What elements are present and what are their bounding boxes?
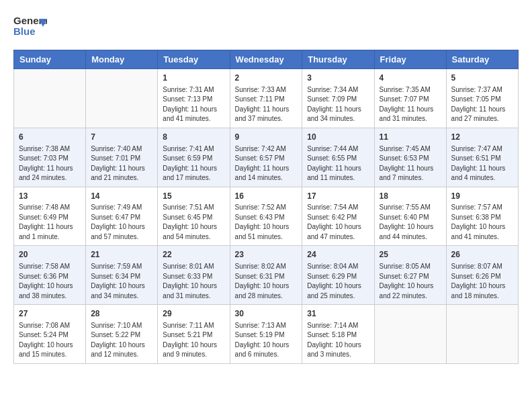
logo: General Blue (13, 13, 47, 39)
calendar-cell: 25Sunrise: 8:05 AMSunset: 6:27 PMDayligh… (374, 246, 446, 305)
day-number: 4 (380, 73, 441, 84)
day-number: 18 (380, 191, 441, 202)
calendar-cell (374, 305, 446, 364)
day-info: Sunrise: 8:05 AMSunset: 6:27 PMDaylight:… (380, 262, 441, 301)
calendar-day-header: Thursday (302, 50, 374, 69)
calendar-cell: 3Sunrise: 7:34 AMSunset: 7:09 PMDaylight… (302, 69, 374, 128)
calendar-cell: 19Sunrise: 7:57 AMSunset: 6:38 PMDayligh… (446, 187, 518, 246)
calendar-cell: 24Sunrise: 8:04 AMSunset: 6:29 PMDayligh… (302, 246, 374, 305)
calendar-cell: 7Sunrise: 7:40 AMSunset: 7:01 PMDaylight… (86, 128, 158, 187)
calendar-week-row: 27Sunrise: 7:08 AMSunset: 5:24 PMDayligh… (14, 305, 519, 364)
day-number: 29 (163, 308, 224, 320)
day-info: Sunrise: 7:41 AMSunset: 6:59 PMDaylight:… (163, 144, 224, 183)
day-info: Sunrise: 7:55 AMSunset: 6:40 PMDaylight:… (380, 203, 441, 242)
calendar-cell: 12Sunrise: 7:47 AMSunset: 6:51 PMDayligh… (446, 128, 518, 187)
day-info: Sunrise: 7:33 AMSunset: 7:11 PMDaylight:… (235, 85, 298, 124)
day-number: 30 (235, 308, 298, 320)
calendar-cell: 22Sunrise: 8:01 AMSunset: 6:33 PMDayligh… (158, 246, 230, 305)
calendar-body: 1Sunrise: 7:31 AMSunset: 7:13 PMDaylight… (14, 69, 519, 364)
day-number: 26 (451, 249, 513, 261)
calendar-cell: 31Sunrise: 7:14 AMSunset: 5:18 PMDayligh… (302, 305, 374, 364)
day-info: Sunrise: 7:58 AMSunset: 6:36 PMDaylight:… (19, 262, 81, 301)
day-info: Sunrise: 7:31 AMSunset: 7:13 PMDaylight:… (163, 85, 224, 124)
calendar-day-header: Wednesday (230, 50, 302, 69)
day-info: Sunrise: 8:04 AMSunset: 6:29 PMDaylight:… (307, 262, 369, 301)
day-number: 10 (307, 132, 369, 143)
day-info: Sunrise: 7:42 AMSunset: 6:57 PMDaylight:… (235, 144, 298, 183)
day-number: 7 (91, 132, 152, 143)
day-number: 25 (380, 249, 441, 261)
calendar-header-row: SundayMondayTuesdayWednesdayThursdayFrid… (14, 50, 519, 69)
day-number: 24 (307, 249, 369, 261)
calendar-cell: 16Sunrise: 7:52 AMSunset: 6:43 PMDayligh… (230, 187, 302, 246)
calendar-cell: 6Sunrise: 7:38 AMSunset: 7:03 PMDaylight… (14, 128, 86, 187)
day-number: 23 (235, 249, 298, 261)
day-number: 8 (163, 132, 224, 143)
day-info: Sunrise: 7:45 AMSunset: 6:53 PMDaylight:… (380, 144, 441, 183)
day-number: 17 (307, 191, 369, 202)
day-number: 3 (307, 73, 369, 84)
calendar-day-header: Monday (86, 50, 158, 69)
day-info: Sunrise: 7:37 AMSunset: 7:05 PMDaylight:… (451, 85, 513, 124)
day-info: Sunrise: 7:35 AMSunset: 7:07 PMDaylight:… (380, 85, 441, 124)
calendar-cell: 26Sunrise: 8:07 AMSunset: 6:26 PMDayligh… (446, 246, 518, 305)
day-info: Sunrise: 7:52 AMSunset: 6:43 PMDaylight:… (235, 203, 298, 242)
calendar-week-row: 1Sunrise: 7:31 AMSunset: 7:13 PMDaylight… (14, 69, 519, 128)
day-info: Sunrise: 7:51 AMSunset: 6:45 PMDaylight:… (163, 203, 224, 242)
day-number: 21 (91, 249, 152, 261)
calendar-cell: 4Sunrise: 7:35 AMSunset: 7:07 PMDaylight… (374, 69, 446, 128)
day-number: 1 (163, 73, 224, 84)
day-info: Sunrise: 8:02 AMSunset: 6:31 PMDaylight:… (235, 262, 298, 301)
day-info: Sunrise: 7:57 AMSunset: 6:38 PMDaylight:… (451, 203, 513, 242)
calendar-cell (14, 69, 86, 128)
day-info: Sunrise: 7:14 AMSunset: 5:18 PMDaylight:… (307, 321, 369, 360)
calendar-week-row: 13Sunrise: 7:48 AMSunset: 6:49 PMDayligh… (14, 187, 519, 246)
day-number: 11 (380, 132, 441, 143)
calendar-day-header: Friday (374, 50, 446, 69)
calendar-cell: 20Sunrise: 7:58 AMSunset: 6:36 PMDayligh… (14, 246, 86, 305)
day-number: 13 (19, 191, 81, 202)
day-info: Sunrise: 7:49 AMSunset: 6:47 PMDaylight:… (91, 203, 152, 242)
day-info: Sunrise: 7:59 AMSunset: 6:34 PMDaylight:… (91, 262, 152, 301)
calendar-cell: 17Sunrise: 7:54 AMSunset: 6:42 PMDayligh… (302, 187, 374, 246)
calendar-cell: 15Sunrise: 7:51 AMSunset: 6:45 PMDayligh… (158, 187, 230, 246)
calendar-cell: 14Sunrise: 7:49 AMSunset: 6:47 PMDayligh… (86, 187, 158, 246)
calendar-cell: 9Sunrise: 7:42 AMSunset: 6:57 PMDaylight… (230, 128, 302, 187)
day-number: 6 (19, 132, 81, 143)
day-number: 2 (235, 73, 298, 84)
day-info: Sunrise: 7:11 AMSunset: 5:21 PMDaylight:… (163, 321, 224, 360)
calendar-cell: 5Sunrise: 7:37 AMSunset: 7:05 PMDaylight… (446, 69, 518, 128)
calendar-day-header: Sunday (14, 50, 86, 69)
calendar-cell: 1Sunrise: 7:31 AMSunset: 7:13 PMDaylight… (158, 69, 230, 128)
day-number: 28 (91, 308, 152, 320)
day-number: 19 (451, 191, 513, 202)
day-number: 22 (163, 249, 224, 261)
calendar-cell (446, 305, 518, 364)
day-number: 27 (19, 308, 81, 320)
calendar-day-header: Tuesday (158, 50, 230, 69)
day-info: Sunrise: 7:44 AMSunset: 6:55 PMDaylight:… (307, 144, 369, 183)
day-info: Sunrise: 7:40 AMSunset: 7:01 PMDaylight:… (91, 144, 152, 183)
day-number: 12 (451, 132, 513, 143)
day-info: Sunrise: 8:01 AMSunset: 6:33 PMDaylight:… (163, 262, 224, 301)
calendar-week-row: 6Sunrise: 7:38 AMSunset: 7:03 PMDaylight… (14, 128, 519, 187)
calendar-cell: 23Sunrise: 8:02 AMSunset: 6:31 PMDayligh… (230, 246, 302, 305)
day-info: Sunrise: 8:07 AMSunset: 6:26 PMDaylight:… (451, 262, 513, 301)
calendar-cell: 10Sunrise: 7:44 AMSunset: 6:55 PMDayligh… (302, 128, 374, 187)
calendar-cell: 27Sunrise: 7:08 AMSunset: 5:24 PMDayligh… (14, 305, 86, 364)
svg-text:Blue: Blue (13, 26, 36, 37)
calendar-day-header: Saturday (446, 50, 518, 69)
day-info: Sunrise: 7:54 AMSunset: 6:42 PMDaylight:… (307, 203, 369, 242)
calendar-week-row: 20Sunrise: 7:58 AMSunset: 6:36 PMDayligh… (14, 246, 519, 305)
calendar-table: SundayMondayTuesdayWednesdayThursdayFrid… (13, 50, 519, 364)
day-info: Sunrise: 7:34 AMSunset: 7:09 PMDaylight:… (307, 85, 369, 124)
calendar-cell: 13Sunrise: 7:48 AMSunset: 6:49 PMDayligh… (14, 187, 86, 246)
calendar-cell: 21Sunrise: 7:59 AMSunset: 6:34 PMDayligh… (86, 246, 158, 305)
day-info: Sunrise: 7:10 AMSunset: 5:22 PMDaylight:… (91, 321, 152, 360)
day-number: 5 (451, 73, 513, 84)
day-number: 9 (235, 132, 298, 143)
day-number: 20 (19, 249, 81, 261)
day-info: Sunrise: 7:48 AMSunset: 6:49 PMDaylight:… (19, 203, 81, 242)
page-header: General Blue (13, 13, 519, 39)
day-number: 31 (307, 308, 369, 320)
